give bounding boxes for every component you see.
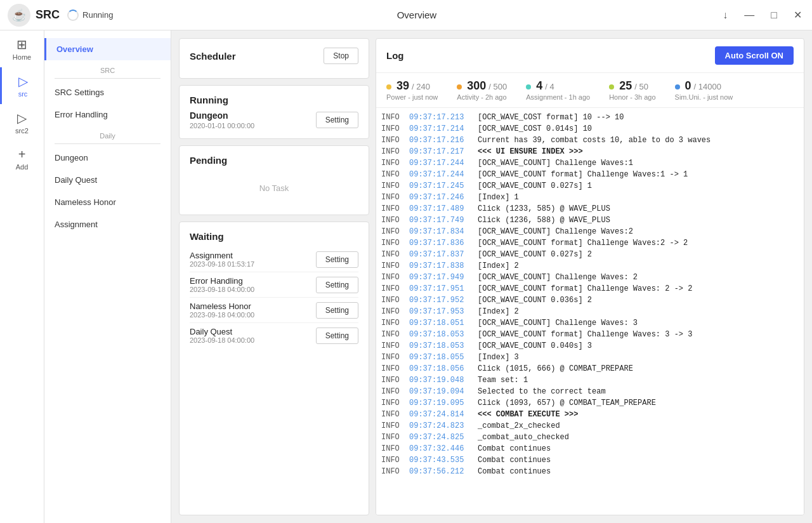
stat-max: / 50 (634, 82, 648, 91)
log-line: INFO 09:37:17.749 Click (1236, 588) @ WA… (381, 215, 799, 226)
waiting-item-name: Nameless Honor (190, 301, 254, 311)
log-time: 09:37:17.489 (409, 203, 473, 215)
stop-button[interactable]: Stop (324, 48, 358, 64)
stat-label: Sim.Uni. - just now (675, 93, 733, 101)
log-time: 09:37:17.749 (409, 215, 473, 226)
stat-values: 0 / 14000 (675, 79, 733, 93)
stat-dot (386, 84, 391, 89)
log-level: INFO (381, 203, 404, 215)
log-level: INFO (381, 260, 404, 272)
log-content[interactable]: INFO 09:37:17.213 [OCR_WAVE_COST format]… (376, 108, 804, 515)
log-line: INFO 09:37:18.053 [OCR_WAVE_COUNT format… (381, 329, 799, 340)
running-task-time: 2020-01-01 00:00:00 (190, 122, 254, 129)
waiting-item-name: Assignment (190, 251, 254, 260)
nav-separator-src: SRC (55, 63, 160, 79)
nav-item-overview[interactable]: Overview (44, 38, 171, 60)
maximize-button[interactable]: □ (768, 8, 780, 22)
status-label: Running (82, 10, 113, 20)
sidebar-item-home[interactable]: ⊞ Home (0, 30, 44, 67)
log-level: INFO (381, 180, 404, 192)
sidebar-item-add[interactable]: + Add (0, 141, 44, 177)
nav-item-daily-quest[interactable]: Daily Quest (44, 169, 171, 191)
running-task-info: Dungeon 2020-01-01 00:00:00 (190, 110, 254, 129)
nav-item-dungeon[interactable]: Dungeon (44, 147, 171, 169)
log-time: 09:37:17.217 (409, 146, 473, 157)
minimize-button[interactable]: — (742, 8, 757, 22)
log-line: INFO 09:37:17.949 [OCR_WAVE_COUNT] Chall… (381, 272, 799, 283)
log-message: [OCR_WAVE_COUNT] Challenge Waves: 2 (478, 272, 638, 283)
log-level: INFO (381, 123, 404, 135)
stat-dot (675, 84, 680, 89)
minimize-down-button[interactable]: ↓ (720, 8, 730, 22)
log-level: INFO (381, 386, 404, 397)
log-message: Click (1015, 666) @ COMBAT_PREPARE (478, 363, 633, 374)
log-line: INFO 09:37:17.216 Current has 39, combat… (381, 135, 799, 146)
waiting-setting-button[interactable]: Setting (316, 328, 358, 344)
waiting-setting-button[interactable]: Setting (316, 302, 358, 319)
log-line: INFO 09:37:19.095 Click (1093, 657) @ CO… (381, 397, 799, 409)
running-setting-button[interactable]: Setting (316, 112, 358, 128)
stat-item-2: 4 / 4 Assignment - 1h ago (526, 79, 590, 101)
waiting-item: Assignment 2023-09-18 01:53:17 Setting (190, 247, 358, 272)
log-message: Team set: 1 (478, 374, 528, 386)
nav-item-assignment[interactable]: Assignment (44, 213, 171, 235)
log-level: INFO (381, 272, 404, 283)
log-time: 09:37:17.244 (409, 157, 473, 169)
log-level: INFO (381, 169, 404, 180)
stat-values: 39 / 240 (386, 79, 438, 93)
log-level: INFO (381, 283, 404, 295)
log-level: INFO (381, 237, 404, 249)
log-message: [OCR_WAVE_COUNT format] Challenge Waves:… (478, 329, 692, 340)
nav-separator-daily: Daily (55, 128, 160, 144)
log-line: INFO 09:37:17.217 <<< UI ENSURE INDEX >>… (381, 146, 799, 157)
close-button[interactable]: ✕ (791, 8, 804, 22)
log-time: 09:37:17.949 (409, 272, 473, 283)
waiting-item: Nameless Honor 2023-09-18 04:00:00 Setti… (190, 298, 358, 323)
play-icon-src2: ▷ (17, 110, 27, 126)
stat-main: 25 (619, 79, 632, 93)
stat-main: 0 (685, 79, 691, 93)
waiting-item: Daily Quest 2023-09-18 04:00:00 Setting (190, 323, 358, 348)
log-line: INFO 09:37:17.213 [OCR_WAVE_COST format]… (381, 112, 799, 123)
log-message: [OCR_WAVE_COUNT 0.027s] 2 (478, 249, 592, 260)
log-message: [OCR_WAVE_COUNT format] Challenge Waves:… (478, 237, 688, 249)
log-line: INFO 09:37:18.051 [OCR_WAVE_COUNT] Chall… (381, 317, 799, 329)
log-line: INFO 09:37:24.825 _combat_auto_checked (381, 432, 799, 443)
log-message: [Index] 2 (478, 306, 519, 317)
home-icon: ⊞ (16, 37, 27, 52)
log-line: INFO 09:37:24.823 _combat_2x_checked (381, 420, 799, 432)
play-icon-src: ▷ (18, 74, 28, 89)
log-time: 09:37:19.048 (409, 374, 473, 386)
waiting-setting-button[interactable]: Setting (316, 251, 358, 268)
nav-item-src-settings[interactable]: SRC Settings (44, 81, 171, 103)
log-time: 09:37:32.446 (409, 443, 473, 454)
nav-item-error-handling[interactable]: Error Handling (44, 103, 171, 126)
auto-scroll-button[interactable]: Auto Scroll ON (715, 46, 794, 65)
log-time: 09:37:17.836 (409, 237, 473, 249)
log-time: 09:37:43.535 (409, 454, 473, 466)
log-time: 09:37:18.051 (409, 317, 473, 329)
log-level: INFO (381, 226, 404, 237)
log-line: INFO 09:37:17.953 [Index] 2 (381, 306, 799, 317)
log-level: INFO (381, 432, 404, 443)
log-level: INFO (381, 363, 404, 374)
sidebar-item-src2[interactable]: ▷ src2 (0, 104, 44, 141)
stat-max: / 500 (488, 82, 507, 91)
waiting-title: Waiting (190, 231, 224, 242)
waiting-setting-button[interactable]: Setting (316, 277, 358, 293)
log-message: Combat continues (478, 443, 551, 454)
log-level: INFO (381, 374, 404, 386)
log-line: INFO 09:37:56.212 Combat continues (381, 466, 799, 477)
log-message: [OCR_WAVE_COUNT] Challenge Waves:2 (478, 226, 633, 237)
stat-main: 39 (396, 79, 409, 93)
left-column: Scheduler Stop Running Dungeon 2020-01-0… (179, 38, 369, 515)
nav-item-nameless-honor[interactable]: Nameless Honor (44, 191, 171, 213)
log-level: INFO (381, 215, 404, 226)
running-task-name: Dungeon (190, 110, 254, 121)
log-level: INFO (381, 146, 404, 157)
waiting-item: Error Handling 2023-09-18 04:00:00 Setti… (190, 272, 358, 298)
sidebar-item-src[interactable]: ▷ src (0, 67, 44, 104)
log-message: [OCR_WAVE_COUNT] Challenge Waves: 3 (478, 317, 638, 329)
log-level: INFO (381, 454, 404, 466)
stat-item-3: 25 / 50 Honor - 3h ago (609, 79, 655, 101)
